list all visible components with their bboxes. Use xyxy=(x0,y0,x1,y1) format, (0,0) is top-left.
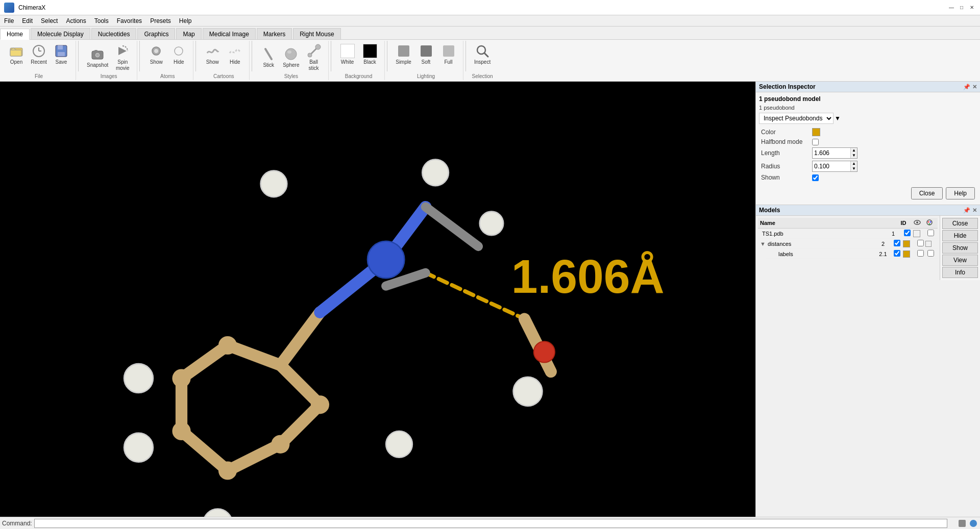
tab-markers[interactable]: Markers xyxy=(257,28,292,39)
table-row[interactable]: labels 2.1 xyxy=(766,249,938,259)
black-background-button[interactable]: Black xyxy=(360,42,380,66)
model-box-distances[interactable] xyxy=(925,241,932,247)
full-lighting-button[interactable]: Full xyxy=(438,42,459,66)
model-color-swatch-labels[interactable] xyxy=(903,250,910,258)
maximize-button[interactable]: □ xyxy=(958,4,966,12)
white-background-button[interactable]: White xyxy=(337,42,358,66)
models-hide-btn[interactable]: Hide xyxy=(942,230,978,241)
menu-tools[interactable]: Tools xyxy=(90,15,113,26)
length-down-btn[interactable]: ▼ xyxy=(851,153,857,158)
tab-home[interactable]: Home xyxy=(0,29,30,40)
inspector-close-btn[interactable]: Close xyxy=(911,187,943,199)
background-group-label: Background xyxy=(345,72,372,79)
svg-point-42 xyxy=(124,433,153,462)
recent-label: Recent xyxy=(31,59,47,65)
show-atoms-button[interactable]: Show xyxy=(146,42,166,66)
simple-lighting-button[interactable]: Simple xyxy=(394,42,414,66)
radius-down-btn[interactable]: ▼ xyxy=(851,166,857,171)
models-info-btn[interactable]: Info xyxy=(942,267,978,278)
snapshot-button[interactable]: Snapshot xyxy=(85,45,110,69)
halfbond-value xyxy=(812,139,819,145)
sphere-button[interactable]: Sphere xyxy=(281,45,301,69)
viewport[interactable]: 1.606Å xyxy=(0,82,755,517)
table-row[interactable]: ▼distances 2 xyxy=(758,239,938,249)
tab-medical-image[interactable]: Medical Image xyxy=(203,28,256,39)
tab-nucleotides[interactable]: Nucleotides xyxy=(91,28,137,39)
shown-label: Shown xyxy=(761,174,812,181)
black-label: Black xyxy=(363,59,376,65)
open-button[interactable]: Open xyxy=(6,42,27,66)
model-eye-checkbox-distances[interactable] xyxy=(894,240,900,246)
toolbar-group-file: Open Recent Save File xyxy=(2,41,76,80)
model-color-distances xyxy=(903,240,915,247)
styles-buttons: Stick Sphere Ballstick xyxy=(258,42,324,72)
show-cartoons-button[interactable]: Show xyxy=(202,42,223,66)
model-check-checkbox-distances[interactable] xyxy=(917,240,924,246)
inspect-button[interactable]: Inspect xyxy=(472,42,493,66)
svg-point-50 xyxy=(172,369,190,387)
selection-inspector-close-btn[interactable]: ✕ xyxy=(972,84,977,90)
model-eye-checkbox-labels[interactable] xyxy=(894,250,900,257)
menu-help[interactable]: Help xyxy=(175,15,196,26)
models-pin-btn[interactable]: 📌 xyxy=(963,207,970,214)
model-eye-checkbox-ts1[interactable] xyxy=(904,230,911,236)
stick-button[interactable]: Stick xyxy=(258,45,279,69)
svg-rect-11 xyxy=(94,50,97,52)
tab-map[interactable]: Map xyxy=(176,28,201,39)
model-check-checkbox-labels[interactable] xyxy=(917,250,924,257)
model-box-checkbox-labels[interactable] xyxy=(927,250,934,257)
ballstick-button[interactable]: Ballstick xyxy=(304,42,324,72)
menu-presets[interactable]: Presets xyxy=(146,15,175,26)
model-box-distances xyxy=(925,241,936,247)
menu-select[interactable]: Select xyxy=(37,15,62,26)
minimize-button[interactable]: — xyxy=(947,4,955,12)
svg-text:1.606Å: 1.606Å xyxy=(511,250,665,303)
table-row[interactable]: TS1.pdb 1 xyxy=(758,229,938,239)
model-color-swatch-distances[interactable] xyxy=(903,240,910,247)
title-bar-controls[interactable]: — □ ✕ xyxy=(947,4,976,12)
recent-button[interactable]: Recent xyxy=(29,42,49,66)
models-show-btn[interactable]: Show xyxy=(942,242,978,254)
right-panel: Selection Inspector 📌 ✕ 1 pseudobond mod… xyxy=(755,82,980,517)
toolbar-group-selection: Inspect Selection xyxy=(468,41,497,80)
tab-graphics[interactable]: Graphics xyxy=(137,28,175,39)
model-color-swatch-ts1[interactable] xyxy=(913,230,920,237)
inspect-pseudobonds-dropdown[interactable]: Inspect Pseudobonds xyxy=(759,113,834,124)
file-group-label: File xyxy=(35,72,43,79)
menu-favorites[interactable]: Favorites xyxy=(113,15,146,26)
selection-inspector-pin-btn[interactable]: 📌 xyxy=(963,84,970,90)
spin-movie-button[interactable]: Spinmovie xyxy=(112,42,133,72)
soft-lighting-button[interactable]: Soft xyxy=(416,42,436,66)
menu-file[interactable]: File xyxy=(0,15,18,26)
hide-cartoons-icon xyxy=(227,43,243,59)
model-name-distances: ▼distances xyxy=(760,241,875,247)
close-button[interactable]: ✕ xyxy=(968,4,976,12)
length-input[interactable] xyxy=(813,149,848,157)
images-group-label: Images xyxy=(101,72,117,79)
radius-input[interactable] xyxy=(813,162,848,170)
menu-actions[interactable]: Actions xyxy=(62,15,90,26)
models-close-action-btn[interactable]: Close xyxy=(942,218,978,229)
radius-up-btn[interactable]: ▲ xyxy=(851,161,857,166)
menu-edit[interactable]: Edit xyxy=(18,15,37,26)
shown-checkbox[interactable] xyxy=(812,174,819,181)
inspector-help-btn[interactable]: Help xyxy=(946,187,975,199)
tab-right-mouse[interactable]: Right Mouse xyxy=(293,28,340,39)
models-content-area: Name ID TS1.pdb 1 xyxy=(756,216,980,280)
hide-atoms-button[interactable]: Hide xyxy=(168,42,189,66)
inspect-icon xyxy=(474,43,491,59)
models-close-btn[interactable]: ✕ xyxy=(972,207,977,214)
hide-cartoons-button[interactable]: Hide xyxy=(225,42,245,66)
model-select-checkbox-ts1[interactable] xyxy=(927,230,934,236)
models-view-btn[interactable]: View xyxy=(942,255,978,266)
length-up-btn[interactable]: ▲ xyxy=(851,148,857,153)
inspect-label: Inspect xyxy=(474,59,491,65)
halfbond-checkbox[interactable] xyxy=(812,139,819,145)
color-swatch[interactable] xyxy=(812,128,820,136)
id-col-header: ID xyxy=(896,220,911,226)
command-input[interactable] xyxy=(34,519,947,528)
save-button[interactable]: Save xyxy=(51,42,71,66)
radius-spinners: ▲ ▼ xyxy=(850,161,857,171)
distances-expand-arrow[interactable]: ▼ xyxy=(760,241,766,247)
tab-molecule-display[interactable]: Molecule Display xyxy=(31,28,90,39)
